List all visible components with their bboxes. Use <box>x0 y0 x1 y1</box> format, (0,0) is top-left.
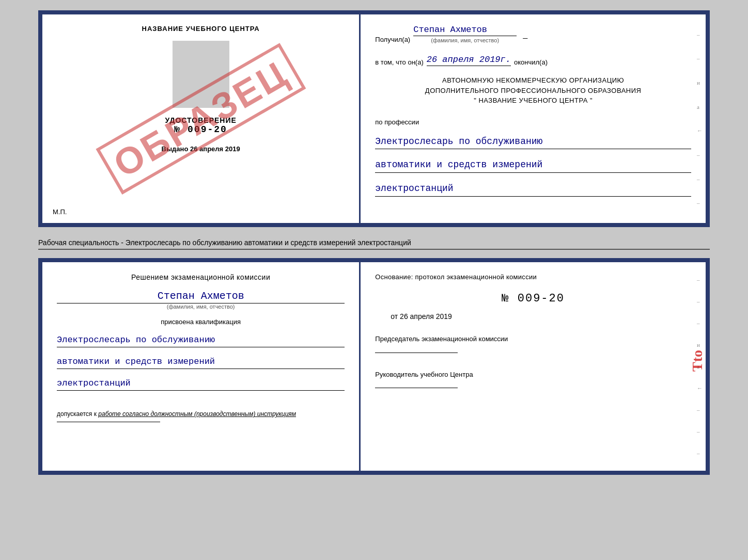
name-sub-top: (фамилия, имя, отчество) <box>413 37 517 43</box>
org-line3: " НАЗВАНИЕ УЧЕБНОГО ЦЕНТРА " <box>375 95 691 106</box>
photo-placeholder <box>173 41 229 108</box>
doc-bottom-left: Решением экзаменационной комиссии Степан… <box>42 262 361 471</box>
tto-mark: Tto <box>689 350 706 372</box>
допускается-value: работе согласно должностным (производств… <box>98 410 296 418</box>
chairman-label: Председатель экзаменационной комиссии <box>375 334 691 344</box>
document-top: НАЗВАНИЕ УЧЕБНОГО ЦЕНТРА УДОСТОВЕРЕНИЕ №… <box>38 10 710 227</box>
decision-title: Решением экзаменационной комиссии <box>57 273 345 283</box>
doc-left-panel: НАЗВАНИЕ УЧЕБНОГО ЦЕНТРА УДОСТОВЕРЕНИЕ №… <box>42 14 361 223</box>
issued-date: 26 апреля 2019 <box>190 145 240 153</box>
qual-value-1: Электрослесарь по обслуживанию <box>57 333 345 347</box>
cert-number: № 009-20 <box>174 124 227 135</box>
protocol-date-value: 26 апреля 2019 <box>400 312 452 321</box>
profession-value-2: автоматики и средств измерений <box>375 157 691 173</box>
director-label: Руководитель учебного Центра <box>375 370 691 380</box>
issued-label: Выдано <box>162 145 189 153</box>
director-sig-line <box>375 388 458 388</box>
completed-date: 26 апреля 2019г. <box>427 55 511 66</box>
qualification-assigned-label: присвоена квалификация <box>57 318 345 326</box>
middle-text: Рабочая специальность - Электрослесарь п… <box>38 235 710 250</box>
received-label: Получил(а) <box>375 36 410 43</box>
profession-value-1: Электрослесарь по обслуживанию <box>375 134 691 150</box>
org-line2: ДОПОЛНИТЕЛЬНОГО ПРОФЕССИОНАЛЬНОГО ОБРАЗО… <box>375 86 691 96</box>
protocol-number: № 009-20 <box>375 292 691 305</box>
bottom-name-sub: (фамилия, имя, отчество) <box>57 303 345 310</box>
допускается-row: допускается к работе согласно должностны… <box>57 410 345 418</box>
protocol-date: от 26 апреля 2019 <box>391 312 691 321</box>
profession-label: по профессии <box>375 118 691 126</box>
допускается-label: допускается к <box>57 410 97 418</box>
profession-value-3: электростанций <box>375 181 691 197</box>
in-that-label: в том, что он(а) <box>375 58 423 66</box>
completed-label: окончил(а) <box>514 58 548 66</box>
school-title-top: НАЗВАНИЕ УЧЕБНОГО ЦЕНТРА <box>142 25 260 33</box>
doc-right-panel: Получил(а) Степан Ахметов (фамилия, имя,… <box>361 14 706 223</box>
qual-value-2: автоматики и средств измерений <box>57 355 345 369</box>
cert-type-label: УДОСТОВЕРЕНИЕ <box>165 116 236 124</box>
chairman-sig-line <box>375 353 458 353</box>
document-bottom: Решением экзаменационной комиссии Степан… <box>38 258 710 475</box>
date-prefix: от <box>391 312 398 321</box>
mp-label: М.П. <box>53 208 67 216</box>
recipient-name: Степан Ахметов <box>413 25 517 36</box>
cert-issued-row: Выдано 26 апреля 2019 <box>162 145 240 153</box>
completion-row: в том, что он(а) 26 апреля 2019г. окончи… <box>375 55 691 66</box>
bottom-left-sig-line <box>57 422 160 422</box>
doc-bottom-right: Основание: протокол экзаменационной коми… <box>361 262 706 471</box>
basis-title: Основание: протокол экзаменационной коми… <box>375 273 691 282</box>
qual-value-3: электростанций <box>57 376 345 391</box>
recipient-row: Получил(а) Степан Ахметов (фамилия, имя,… <box>375 25 691 43</box>
bottom-name-value: Степан Ахметов <box>57 290 345 303</box>
org-text-block: АВТОНОМНУЮ НЕКОММЕРЧЕСКУЮ ОРГАНИЗАЦИЮ ДО… <box>375 75 691 106</box>
org-line1: АВТОНОМНУЮ НЕКОММЕРЧЕСКУЮ ОРГАНИЗАЦИЮ <box>375 75 691 86</box>
side-marks-top: – – и а ← – – – <box>697 14 703 223</box>
